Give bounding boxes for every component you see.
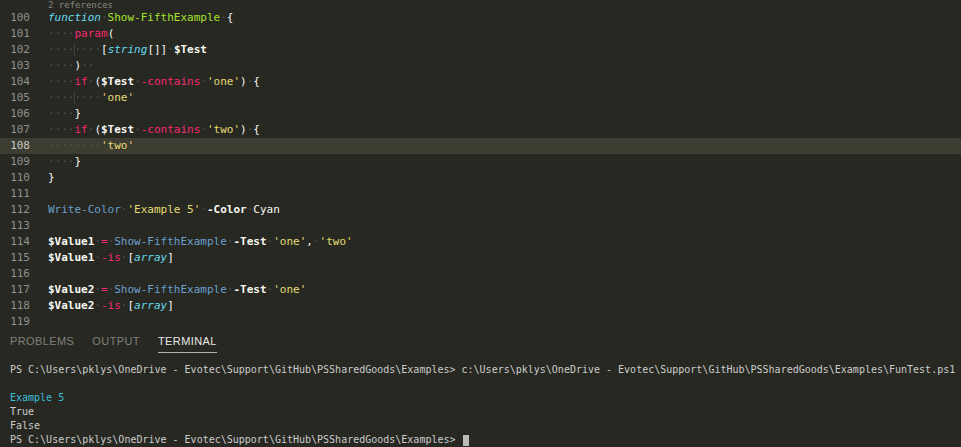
panel-tab-output[interactable]: OUTPUT xyxy=(92,335,140,352)
code-token: } xyxy=(75,107,82,120)
line-number[interactable]: 108 xyxy=(0,138,30,154)
code-line[interactable]: 102········[string[]]·$Test xyxy=(0,42,961,58)
terminal-cursor xyxy=(463,435,469,446)
line-number[interactable]: 109 xyxy=(0,154,30,170)
line-number[interactable]: 100 xyxy=(0,10,30,26)
code-token: ) xyxy=(240,75,247,88)
whitespace-dot: · xyxy=(94,235,101,248)
code-token: ] xyxy=(167,299,174,312)
code-token: ] xyxy=(167,251,174,264)
code-token: $Value2 xyxy=(48,283,94,296)
code-line[interactable]: 116 xyxy=(0,266,961,282)
code-line[interactable]: 105········'one' xyxy=(0,90,961,106)
code-token: -contains xyxy=(141,123,201,136)
code-token: $Value2 xyxy=(48,299,94,312)
line-number[interactable]: 119 xyxy=(0,314,30,325)
codelens-row: 2 references xyxy=(0,0,961,10)
code-line-text xyxy=(30,314,48,325)
bottom-panel: PROBLEMSOUTPUTTERMINAL PS C:\Users\pklys… xyxy=(0,325,961,447)
indent-whitespace: ···· xyxy=(48,91,75,104)
line-number[interactable]: 106 xyxy=(0,106,30,122)
code-token: Write-Color xyxy=(48,203,121,216)
line-number[interactable]: 116 xyxy=(0,266,30,282)
code-token: { xyxy=(253,75,260,88)
line-number[interactable]: 111 xyxy=(0,186,30,202)
whitespace-dot: · xyxy=(313,235,320,248)
code-token: = xyxy=(101,283,108,296)
whitespace-dot: ·· xyxy=(81,59,94,72)
code-token: { xyxy=(227,11,234,24)
line-number[interactable]: 118 xyxy=(0,298,30,314)
panel-tab-bar: PROBLEMSOUTPUTTERMINAL xyxy=(0,325,961,353)
code-line[interactable]: 119 xyxy=(0,314,961,325)
whitespace-dot: · xyxy=(134,75,141,88)
code-token: -is xyxy=(101,251,121,264)
code-token: Cyan xyxy=(253,203,280,216)
code-line-text: ····)·· xyxy=(30,58,94,74)
whitespace-dot: · xyxy=(200,123,207,136)
code-line[interactable]: 109····} xyxy=(0,154,961,170)
code-line[interactable]: 113 xyxy=(0,218,961,234)
code-line-text: $Value1·=·Show-FifthExample·-Test·'one',… xyxy=(30,234,353,250)
code-line[interactable]: 100function·Show-FifthExample·{ xyxy=(0,10,961,26)
code-token: -Test xyxy=(233,283,266,296)
code-line[interactable]: 104····if·($Test·-contains·'one')·{ xyxy=(0,74,961,90)
code-token: -is xyxy=(101,299,121,312)
code-line-text: ····} xyxy=(30,106,81,122)
panel-tab-problems[interactable]: PROBLEMS xyxy=(10,335,74,352)
line-number[interactable]: 101 xyxy=(0,26,30,42)
line-number[interactable]: 107 xyxy=(0,122,30,138)
terminal-line: PS C:\Users\pklys\OneDrive - Evotec\Supp… xyxy=(10,433,961,447)
code-line[interactable]: 118$Value2·-is·[array] xyxy=(0,298,961,314)
panel-tab-terminal[interactable]: TERMINAL xyxy=(158,335,217,353)
line-number[interactable]: 103 xyxy=(0,58,30,74)
indent-whitespace: ···· xyxy=(48,75,75,88)
code-line[interactable]: 112Write-Color·'Example 5'·-Color·Cyan xyxy=(0,202,961,218)
terminal-output[interactable]: PS C:\Users\pklys\OneDrive - Evotec\Supp… xyxy=(0,353,961,447)
code-line[interactable]: 114$Value1·=·Show-FifthExample·-Test·'on… xyxy=(0,234,961,250)
code-line[interactable]: 108········'two' xyxy=(0,138,961,154)
code-token: array xyxy=(134,299,167,312)
code-token: = xyxy=(101,235,108,248)
code-token: []] xyxy=(147,43,167,56)
code-token: 'one' xyxy=(273,235,306,248)
code-line-text: ····} xyxy=(30,154,81,170)
code-token: -contains xyxy=(141,75,201,88)
code-token: Show-FifthExample xyxy=(114,235,227,248)
code-token: if xyxy=(75,123,88,136)
code-area[interactable]: 100function·Show-FifthExample·{101····pa… xyxy=(0,10,961,325)
code-line-text: Write-Color·'Example 5'·-Color·Cyan xyxy=(30,202,280,218)
code-token: { xyxy=(253,123,260,136)
line-number[interactable]: 113 xyxy=(0,218,30,234)
code-line-text xyxy=(30,266,48,282)
indent-guide: ···· xyxy=(74,43,102,56)
code-line-text xyxy=(30,186,48,202)
line-number[interactable]: 102 xyxy=(0,42,30,58)
code-line[interactable]: 103····)·· xyxy=(0,58,961,74)
code-line[interactable]: 117$Value2·=·Show-FifthExample·-Test·'on… xyxy=(0,282,961,298)
terminal-line xyxy=(10,377,961,391)
code-token: ) xyxy=(240,123,247,136)
code-token: 'one' xyxy=(101,91,134,104)
code-line[interactable]: 101····param( xyxy=(0,26,961,42)
code-line-text: $Value2·-is·[array] xyxy=(30,298,174,314)
whitespace-dot: · xyxy=(200,203,207,216)
code-line-text: $Value2·=·Show-FifthExample·-Test·'one' xyxy=(30,282,306,298)
line-number[interactable]: 105 xyxy=(0,90,30,106)
line-number[interactable]: 114 xyxy=(0,234,30,250)
line-number[interactable]: 112 xyxy=(0,202,30,218)
line-number[interactable]: 117 xyxy=(0,282,30,298)
code-line[interactable]: 115$Value1·-is·[array] xyxy=(0,250,961,266)
code-line[interactable]: 106····} xyxy=(0,106,961,122)
line-number[interactable]: 115 xyxy=(0,250,30,266)
line-number[interactable]: 104 xyxy=(0,74,30,90)
editor-pane[interactable]: 2 references 100function·Show-FifthExamp… xyxy=(0,0,961,325)
line-number[interactable]: 110 xyxy=(0,170,30,186)
code-line-text: $Value1·-is·[array] xyxy=(30,250,174,266)
code-line[interactable]: 110} xyxy=(0,170,961,186)
codelens-references-link[interactable]: 2 references xyxy=(48,0,113,10)
code-line[interactable]: 107····if·($Test·-contains·'two')·{ xyxy=(0,122,961,138)
code-token: ( xyxy=(94,75,101,88)
code-line-text: } xyxy=(30,170,55,186)
code-line[interactable]: 111 xyxy=(0,186,961,202)
